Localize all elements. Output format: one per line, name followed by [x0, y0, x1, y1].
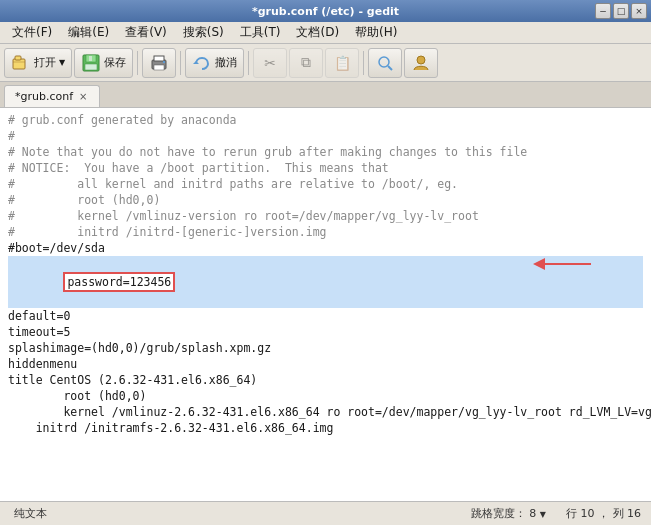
- svg-rect-5: [89, 56, 92, 61]
- paste-icon: 📋: [332, 53, 352, 73]
- line-3: # Note that you do not have to rerun gru…: [8, 144, 643, 160]
- maximize-button[interactable]: □: [613, 3, 629, 19]
- save-button[interactable]: 保存: [74, 48, 133, 78]
- undo-icon: [192, 53, 212, 73]
- copy-icon: ⧉: [296, 53, 316, 73]
- search-button[interactable]: [368, 48, 402, 78]
- copy-button[interactable]: ⧉: [289, 48, 323, 78]
- arrow-annotation: [533, 256, 593, 272]
- menu-tools[interactable]: 工具(T): [232, 22, 289, 43]
- toolbar-separator-3: [248, 51, 249, 75]
- editor-wrapper: # grub.conf generated by anaconda # # No…: [0, 108, 651, 501]
- open-label: 打开: [34, 55, 56, 70]
- toolbar: 打开 ▼ 保存: [0, 44, 651, 82]
- svg-rect-7: [154, 56, 164, 61]
- print-icon: [149, 53, 169, 73]
- line-15: title CentOS (2.6.32-431.el6.x86_64): [8, 372, 643, 388]
- close-button[interactable]: ×: [631, 3, 647, 19]
- line-7: # kernel /vmlinuz-version ro root=/dev/m…: [8, 208, 643, 224]
- line-18: initrd /initramfs-2.6.32-431.el6.x86_64.…: [8, 420, 643, 436]
- menu-help[interactable]: 帮助(H): [347, 22, 405, 43]
- paste-button[interactable]: 📋: [325, 48, 359, 78]
- line-8: # initrd /initrd-[generic-]version.img: [8, 224, 643, 240]
- tabbar: *grub.conf ×: [0, 82, 651, 108]
- line-5: # all kernel and initrd paths are relati…: [8, 176, 643, 192]
- svg-rect-1: [15, 56, 21, 60]
- window-title: *grub.conf (/etc) - gedit: [56, 5, 595, 18]
- save-icon: [81, 53, 101, 73]
- open-icon: [11, 53, 31, 73]
- menu-view[interactable]: 查看(V): [117, 22, 175, 43]
- save-label: 保存: [104, 55, 126, 70]
- line-4: # NOTICE: You have a /boot partition. Th…: [8, 160, 643, 176]
- tab-grub-conf[interactable]: *grub.conf ×: [4, 85, 100, 107]
- undo-label: 撤消: [215, 55, 237, 70]
- user-icon: [411, 53, 431, 73]
- svg-marker-10: [193, 61, 199, 64]
- titlebar: *grub.conf (/etc) - gedit − □ ×: [0, 0, 651, 22]
- tab-width-label: 跳格宽度： 8 ▼: [471, 506, 546, 521]
- line-16: root (hd0,0): [8, 388, 643, 404]
- toolbar-separator-1: [137, 51, 138, 75]
- password-line-container: password=123456: [8, 256, 643, 308]
- line-17: kernel /vmlinuz-2.6.32-431.el6.x86_64 ro…: [8, 404, 643, 420]
- statusbar: 纯文本 跳格宽度： 8 ▼ 行 10 ， 列 16: [0, 501, 651, 525]
- line-1: # grub.conf generated by anaconda: [8, 112, 643, 128]
- window-controls[interactable]: − □ ×: [595, 3, 647, 19]
- menu-search[interactable]: 搜索(S): [175, 22, 232, 43]
- toolbar-separator-2: [180, 51, 181, 75]
- print-button[interactable]: [142, 48, 176, 78]
- search-icon: [375, 53, 395, 73]
- cut-button[interactable]: ✂: [253, 48, 287, 78]
- open-dropdown-icon[interactable]: ▼: [59, 58, 65, 67]
- user-button[interactable]: [404, 48, 438, 78]
- line-6: # root (hd0,0): [8, 192, 643, 208]
- line-11: default=0: [8, 308, 643, 324]
- svg-line-12: [388, 66, 392, 70]
- toolbar-separator-4: [363, 51, 364, 75]
- open-button[interactable]: 打开 ▼: [4, 48, 72, 78]
- line-13: splashimage=(hd0,0)/grub/splash.xpm.gz: [8, 340, 643, 356]
- line-2: #: [8, 128, 643, 144]
- menu-edit[interactable]: 编辑(E): [60, 22, 117, 43]
- svg-rect-9: [163, 61, 165, 63]
- svg-rect-4: [85, 64, 97, 70]
- tab-width-dropdown-icon[interactable]: ▼: [540, 510, 546, 519]
- menu-file[interactable]: 文件(F): [4, 22, 60, 43]
- tab-close-button[interactable]: ×: [77, 91, 89, 102]
- row-info: 行 10 ， 列 16: [566, 506, 641, 521]
- text-mode: 纯文本: [10, 506, 47, 521]
- editor[interactable]: # grub.conf generated by anaconda # # No…: [0, 108, 651, 501]
- svg-point-13: [417, 56, 425, 64]
- minimize-button[interactable]: −: [595, 3, 611, 19]
- line-12: timeout=5: [8, 324, 643, 340]
- cut-icon: ✂: [260, 53, 280, 73]
- svg-rect-8: [154, 65, 164, 70]
- line-14: hiddenmenu: [8, 356, 643, 372]
- menu-document[interactable]: 文档(D): [288, 22, 347, 43]
- password-value: password=123456: [63, 272, 175, 292]
- tab-label: *grub.conf: [15, 90, 73, 103]
- undo-button[interactable]: 撤消: [185, 48, 244, 78]
- svg-point-11: [379, 57, 389, 67]
- menubar: 文件(F) 编辑(E) 查看(V) 搜索(S) 工具(T) 文档(D) 帮助(H…: [0, 22, 651, 44]
